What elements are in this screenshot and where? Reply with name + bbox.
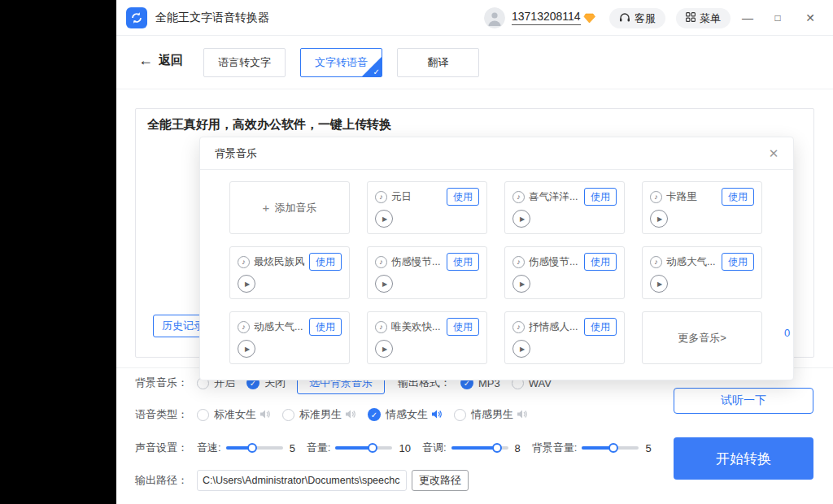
slider-track[interactable] — [451, 446, 508, 450]
convert-button[interactable]: 开始转换 — [674, 437, 813, 480]
tab-speech-to-text[interactable]: 语言转文字 ✓ — [203, 48, 286, 77]
more-music-card[interactable]: 更多音乐> — [642, 311, 762, 364]
more-music-label: 更多音乐> — [678, 331, 726, 345]
plus-icon: + — [263, 201, 270, 215]
add-music-card[interactable]: + 添加音乐 — [229, 181, 350, 234]
nav-bar: ← 返回 语言转文字 ✓ 文字转语音 ✓ 翻译 ✓ — [116, 36, 833, 89]
use-button[interactable]: 使用 — [584, 188, 617, 206]
back-button[interactable]: ← 返回 — [138, 52, 183, 69]
modal-title: 背景音乐 — [215, 146, 257, 161]
use-button[interactable]: 使用 — [722, 188, 754, 206]
music-card: ♪ 唯美欢快... 使用 ▶ — [367, 311, 487, 364]
music-note-icon: ♪ — [375, 256, 387, 268]
back-label: 返回 — [159, 53, 183, 68]
music-card: ♪ 动感大气... 使用 ▶ — [642, 246, 762, 299]
preview-button[interactable]: 试听一下 — [674, 388, 813, 414]
music-note-icon: ♪ — [650, 256, 662, 268]
use-button[interactable]: 使用 — [309, 318, 342, 336]
tab-bar: 语言转文字 ✓ 文字转语音 ✓ 翻译 ✓ — [203, 48, 479, 77]
music-card: ♪ 伤感慢节... 使用 ▶ — [367, 246, 487, 299]
radio-selected-icon: ✓ — [368, 408, 381, 421]
play-button[interactable]: ▶ — [238, 340, 255, 358]
play-button[interactable]: ▶ — [512, 275, 530, 293]
output-path-label: 输出路径： — [135, 473, 197, 488]
radio-unselected-icon — [282, 409, 294, 421]
music-name: 喜气洋洋... — [529, 190, 584, 204]
voice-option-emotion-female[interactable]: ✓ 情感女生 — [368, 407, 443, 422]
speaker-icon[interactable] — [517, 409, 528, 421]
slider-volume: 音量: 10 — [307, 441, 411, 455]
customer-service-button[interactable]: 客服 — [609, 8, 665, 28]
minimize-button[interactable]: — — [739, 9, 757, 27]
play-button[interactable]: ▶ — [650, 210, 668, 228]
add-music-label: 添加音乐 — [274, 201, 316, 215]
menu-button[interactable]: 菜单 — [676, 8, 731, 28]
slider-value: 5 — [290, 442, 295, 454]
slider-track[interactable] — [335, 446, 392, 450]
music-name: 动感大气... — [254, 320, 309, 334]
slider-handle[interactable] — [368, 443, 377, 453]
music-card: ♪ 最炫民族风 使用 ▶ — [229, 246, 350, 299]
use-button[interactable]: 使用 — [447, 253, 479, 271]
use-button[interactable]: 使用 — [309, 253, 342, 271]
use-button[interactable]: 使用 — [722, 253, 754, 271]
play-button[interactable]: ▶ — [512, 210, 530, 228]
slider-bg-volume: 背景音量: 5 — [532, 441, 652, 455]
music-note-icon: ♪ — [512, 191, 525, 203]
speaker-icon[interactable] — [346, 409, 356, 421]
tab-text-to-speech[interactable]: 文字转语音 ✓ — [300, 48, 382, 77]
play-button[interactable]: ▶ — [650, 275, 668, 293]
music-note-icon: ♪ — [512, 321, 525, 333]
play-button[interactable]: ▶ — [512, 340, 530, 358]
use-button[interactable]: 使用 — [447, 318, 479, 336]
char-count: 0 — [784, 327, 790, 339]
music-name: 最炫民族风 — [254, 255, 309, 269]
modal-close-icon[interactable]: ✕ — [765, 146, 782, 162]
slider-handle[interactable] — [247, 443, 257, 453]
speaker-icon[interactable] — [260, 409, 271, 421]
maximize-button[interactable]: □ — [769, 9, 787, 27]
play-button[interactable]: ▶ — [375, 340, 393, 358]
menu-label: 菜单 — [700, 11, 721, 26]
music-note-icon: ♪ — [650, 191, 662, 203]
use-button[interactable]: 使用 — [584, 318, 617, 336]
voice-option-emotion-male[interactable]: 情感男生 — [454, 407, 528, 422]
bg-music-modal: 背景音乐 ✕ + 添加音乐 ♪ 元日 使用 ▶ ♪ 喜气洋洋... 使 — [199, 137, 794, 380]
music-name: 伤感慢节... — [391, 255, 447, 269]
tab-translate[interactable]: 翻译 ✓ — [397, 48, 479, 77]
play-button[interactable]: ▶ — [375, 275, 393, 293]
use-button[interactable]: 使用 — [447, 188, 479, 206]
use-button[interactable]: 使用 — [584, 253, 617, 271]
app-logo-icon — [126, 7, 147, 28]
tab-active-check-icon: ✓ — [373, 67, 380, 76]
change-path-button[interactable]: 更改路径 — [412, 470, 469, 491]
radio-unselected-icon — [197, 409, 209, 421]
music-name: 抒情感人... — [529, 320, 584, 334]
modal-header: 背景音乐 ✕ — [200, 137, 793, 170]
voice-option-std-female[interactable]: 标准女生 — [197, 407, 271, 422]
output-path-input[interactable] — [197, 470, 407, 491]
music-note-icon: ♪ — [375, 321, 387, 333]
slider-handle[interactable] — [492, 443, 502, 453]
slider-handle[interactable] — [608, 443, 618, 453]
customer-service-label: 客服 — [635, 11, 656, 26]
slider-track[interactable] — [226, 446, 283, 450]
music-name: 元日 — [391, 190, 447, 204]
music-card: ♪ 卡路里 使用 ▶ — [642, 181, 762, 234]
music-grid: + 添加音乐 ♪ 元日 使用 ▶ ♪ 喜气洋洋... 使用 ▶ — [229, 181, 762, 364]
music-note-icon: ♪ — [375, 191, 387, 203]
sound-settings-label: 声音设置： — [135, 441, 197, 455]
play-button[interactable]: ▶ — [375, 210, 393, 228]
user-avatar[interactable] — [484, 7, 505, 28]
play-button[interactable]: ▶ — [238, 275, 255, 293]
voice-option-std-male[interactable]: 标准男生 — [282, 407, 356, 422]
voice-type-row: 语音类型： 标准女生 标准男生 ✓ 情感女生 情感男生 — [135, 405, 539, 424]
headset-icon — [619, 12, 630, 25]
slider-pitch: 音调: 8 — [422, 441, 521, 455]
speaker-icon-active[interactable] — [432, 409, 443, 421]
slider-track[interactable] — [582, 446, 639, 450]
window-close-button[interactable]: ✕ — [801, 9, 819, 27]
user-phone-number[interactable]: 13713208114 — [512, 10, 581, 25]
music-card: ♪ 伤感慢节... 使用 ▶ — [504, 246, 625, 299]
slider-speed: 音速: 5 — [197, 441, 295, 455]
